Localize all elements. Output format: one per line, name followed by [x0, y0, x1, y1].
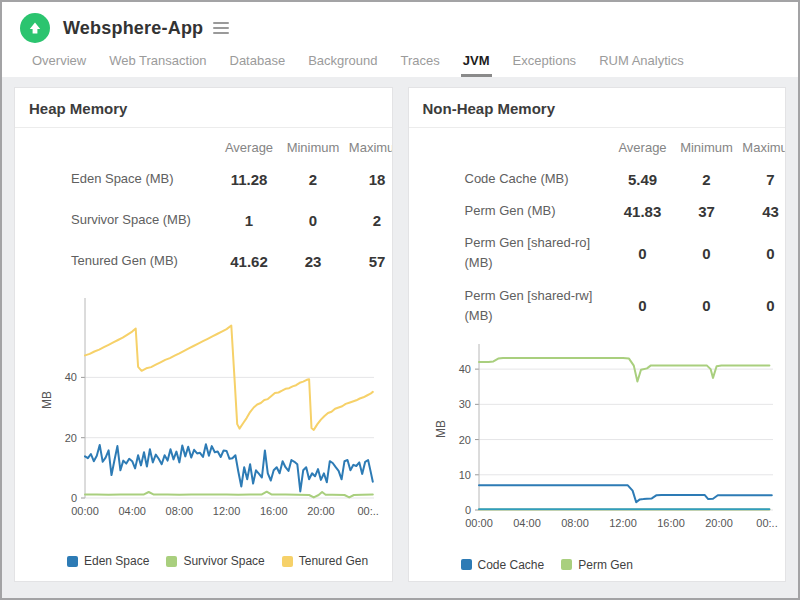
metric-label: Survivor Space (MB): [71, 210, 217, 230]
svg-text:12:00: 12:00: [213, 505, 241, 517]
non-heap-memory-legend: Code CachePerm GenPerm Gen [shared-ro]Pe…: [461, 558, 771, 582]
table-row: Eden Space (MB) 11.28 2 18: [71, 169, 392, 189]
column-minimum: Minimum: [281, 140, 345, 155]
svg-text:30: 30: [458, 398, 470, 410]
average-value: 41.83: [611, 203, 675, 220]
svg-text:08:00: 08:00: [561, 517, 589, 529]
legend-label: Survivor Space: [183, 554, 264, 568]
panel-title: Non-Heap Memory: [409, 88, 786, 127]
heap-metrics-table: Average Minimum Maximum Eden Space (MB) …: [71, 140, 392, 271]
svg-text:20: 20: [65, 432, 77, 444]
column-average: Average: [611, 140, 675, 155]
metric-label: Perm Gen (MB): [465, 201, 611, 221]
column-maximum: Maximum: [345, 140, 393, 155]
maximum-value: 0: [739, 297, 787, 314]
average-value: 1: [217, 212, 281, 229]
legend-label: Code Cache: [478, 558, 545, 572]
svg-text:12:00: 12:00: [609, 517, 637, 529]
up-arrow-icon: [28, 21, 42, 35]
maximum-value: 18: [345, 171, 393, 188]
tab-overview[interactable]: Overview: [30, 53, 88, 77]
legend-swatch: [166, 556, 177, 567]
legend-item[interactable]: Perm Gen: [561, 558, 633, 572]
legend-label: Eden Space: [84, 554, 149, 568]
panel-title: Heap Memory: [15, 88, 392, 127]
average-value: 11.28: [217, 171, 281, 188]
svg-text:40: 40: [65, 372, 77, 384]
maximum-value: 0: [739, 245, 787, 262]
svg-text:0: 0: [71, 492, 77, 504]
app-title: Websphere-App: [63, 18, 203, 39]
app-window: Websphere-App Overview Web Transaction D…: [0, 0, 800, 600]
minimum-value: 37: [675, 203, 739, 220]
legend-swatch: [561, 559, 572, 570]
app-status-up-icon: [20, 13, 50, 43]
table-row: Code Cache (MB) 5.49 2 7: [465, 169, 786, 189]
metric-label: Eden Space (MB): [71, 169, 217, 189]
svg-text:0: 0: [464, 504, 470, 516]
menu-hamburger-icon[interactable]: [213, 22, 229, 34]
table-row: Perm Gen (MB) 41.83 37 43: [465, 201, 786, 221]
average-value: 0: [611, 297, 675, 314]
maximum-value: 57: [345, 253, 393, 270]
panel-divider: [409, 127, 786, 128]
svg-text:20:00: 20:00: [705, 517, 733, 529]
minimum-value: 0: [675, 297, 739, 314]
tab-jvm[interactable]: JVM: [461, 53, 492, 77]
maximum-value: 7: [739, 171, 787, 188]
table-header-row: Average Minimum Maximum: [71, 140, 392, 155]
tab-traces[interactable]: Traces: [399, 53, 442, 77]
svg-text:00:..: 00:..: [357, 505, 378, 517]
average-value: 0: [611, 245, 675, 262]
table-header-row: Average Minimum Maximum: [465, 140, 786, 155]
metric-label: Tenured Gen (MB): [71, 251, 217, 271]
legend-label: Perm Gen: [578, 558, 633, 572]
app-header: Websphere-App Overview Web Transaction D…: [2, 2, 798, 77]
non-heap-memory-panel: Non-Heap Memory Average Minimum Maximum …: [408, 87, 787, 582]
tab-bar: Overview Web Transaction Database Backgr…: [20, 53, 798, 77]
minimum-value: 2: [281, 171, 345, 188]
table-row: Perm Gen [shared-rw] (MB) 0 0 0: [465, 286, 786, 326]
maximum-value: 2: [345, 212, 393, 229]
legend-item[interactable]: Tenured Gen: [282, 554, 368, 568]
svg-text:00:..: 00:..: [756, 517, 777, 529]
table-row: Survivor Space (MB) 1 0 2: [71, 210, 392, 230]
heap-memory-panel: Heap Memory Average Minimum Maximum Eden…: [14, 87, 393, 582]
heap-memory-chart-area: 0204000:0004:0008:0012:0016:0020:0000:..…: [39, 292, 392, 528]
svg-text:MB: MB: [40, 391, 54, 409]
tab-database[interactable]: Database: [228, 53, 288, 77]
svg-text:16:00: 16:00: [657, 517, 685, 529]
panel-divider: [15, 127, 392, 128]
column-average: Average: [217, 140, 281, 155]
column-minimum: Minimum: [675, 140, 739, 155]
svg-text:00:00: 00:00: [71, 505, 99, 517]
svg-text:10: 10: [458, 469, 470, 481]
column-maximum: Maximum: [739, 140, 787, 155]
tab-background[interactable]: Background: [306, 53, 379, 77]
legend-item[interactable]: Eden Space: [67, 554, 149, 568]
legend-swatch: [282, 556, 293, 567]
table-row: Perm Gen [shared-ro] (MB) 0 0 0: [465, 233, 786, 273]
content-area: Heap Memory Average Minimum Maximum Eden…: [2, 77, 798, 598]
svg-text:MB: MB: [434, 420, 448, 438]
tab-web-transaction[interactable]: Web Transaction: [107, 53, 208, 77]
table-row: Tenured Gen (MB) 41.62 23 57: [71, 251, 392, 271]
svg-text:16:00: 16:00: [260, 505, 288, 517]
legend-label: Tenured Gen: [299, 554, 368, 568]
svg-text:04:00: 04:00: [513, 517, 541, 529]
heap-memory-chart[interactable]: 0204000:0004:0008:0012:0016:0020:0000:..…: [39, 292, 384, 524]
minimum-value: 23: [281, 253, 345, 270]
metric-label: Perm Gen [shared-rw] (MB): [465, 286, 611, 326]
non-heap-memory-chart-area: 01020304000:0004:0008:0012:0016:0020:000…: [433, 338, 786, 540]
legend-item[interactable]: Code Cache: [461, 558, 545, 572]
svg-text:40: 40: [458, 363, 470, 375]
non-heap-memory-chart[interactable]: 01020304000:0004:0008:0012:0016:0020:000…: [433, 338, 783, 536]
average-value: 5.49: [611, 171, 675, 188]
tab-rum-analytics[interactable]: RUM Analytics: [597, 53, 686, 77]
legend-swatch: [67, 556, 78, 567]
svg-text:04:00: 04:00: [118, 505, 146, 517]
minimum-value: 2: [675, 171, 739, 188]
tab-exceptions[interactable]: Exceptions: [511, 53, 579, 77]
legend-item[interactable]: Survivor Space: [166, 554, 264, 568]
svg-text:00:00: 00:00: [465, 517, 493, 529]
